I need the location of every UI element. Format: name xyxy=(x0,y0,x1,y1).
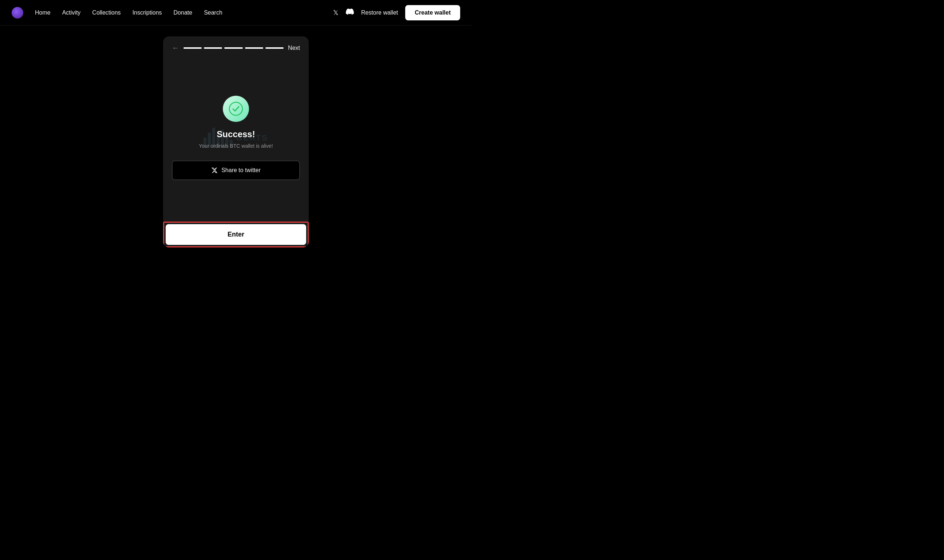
modal-header: ← Next xyxy=(163,36,309,58)
nav-activity[interactable]: Activity xyxy=(62,9,81,16)
enter-button-highlight: Enter xyxy=(163,222,309,248)
twitter-bird-icon xyxy=(211,167,218,174)
progress-bar-1 xyxy=(183,47,202,49)
discord-icon[interactable] xyxy=(346,8,354,17)
main-content: ← Next xyxy=(0,25,472,280)
progress-bars xyxy=(183,47,283,49)
success-icon-wrapper xyxy=(223,96,249,122)
progress-bar-2 xyxy=(204,47,222,49)
share-twitter-label: Share to twitter xyxy=(221,167,261,174)
progress-bar-5 xyxy=(265,47,283,49)
create-wallet-button[interactable]: Create wallet xyxy=(405,5,460,20)
navbar-left: Home Activity Collections Inscriptions D… xyxy=(12,7,222,18)
nav-inscriptions[interactable]: Inscriptions xyxy=(132,9,162,16)
twitter-icon[interactable]: 𝕏 xyxy=(333,9,339,17)
enter-button[interactable]: Enter xyxy=(166,224,306,245)
progress-bar-4 xyxy=(245,47,263,49)
navbar-right: 𝕏 Restore wallet Create wallet xyxy=(333,5,460,20)
success-title: Success! xyxy=(217,129,255,139)
next-button[interactable]: Next xyxy=(288,45,300,51)
modal-card: ← Next xyxy=(163,36,309,248)
nav-search[interactable]: Search xyxy=(204,9,222,16)
modal-body: BEATS Success! Your ordinals BTC wallet … xyxy=(163,58,309,222)
back-arrow-icon[interactable]: ← xyxy=(172,44,179,52)
share-twitter-button[interactable]: Share to twitter xyxy=(172,160,300,180)
logo-icon[interactable] xyxy=(12,7,23,18)
success-subtitle: Your ordinals BTC wallet is alive! xyxy=(199,143,273,149)
svg-point-0 xyxy=(229,102,242,115)
nav-home[interactable]: Home xyxy=(35,9,51,16)
progress-bar-3 xyxy=(224,47,242,49)
restore-wallet-button[interactable]: Restore wallet xyxy=(361,9,398,16)
nav-donate[interactable]: Donate xyxy=(174,9,192,16)
checkmark-icon xyxy=(229,102,243,116)
enter-button-container: Enter xyxy=(163,222,309,248)
nav-collections[interactable]: Collections xyxy=(92,9,120,16)
navbar: Home Activity Collections Inscriptions D… xyxy=(0,0,472,25)
